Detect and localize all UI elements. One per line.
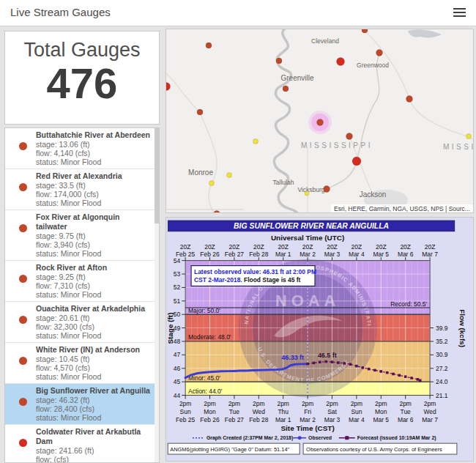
forecast-point [410, 377, 413, 379]
forecast-point [392, 373, 395, 376]
gauge-flow: flow: (cfs) [36, 455, 152, 463]
gauge-list-item[interactable]: Red River at Alexandria stage: 33.5 (ft)… [5, 169, 159, 210]
gauge-flow: flow: 32,300 (cfs) [36, 322, 152, 331]
map-gauge-pin[interactable] [406, 96, 413, 103]
gauge-status: status: Minor Flood [36, 413, 152, 422]
gauge-flow: flow: 7,310 (cfs) [36, 281, 152, 290]
day-tick: Mon [375, 408, 387, 415]
gauge-list-item[interactable]: Rock River at Afton stage: 9.25 (ft) flo… [5, 261, 159, 302]
map-gauge-pin[interactable] [209, 181, 215, 186]
city-label: Vicksburg [297, 186, 324, 193]
gauge-name: Red River at Alexandria [36, 171, 152, 181]
day-tick: Fri [304, 408, 311, 415]
gauge-status-dot [19, 398, 27, 406]
top-date-tick: Mar 4 [349, 251, 365, 258]
gauge-name: Big Sunflower River at Anguilla [36, 386, 152, 396]
forecast-point [419, 379, 422, 382]
list-scrollbar[interactable] [155, 128, 159, 463]
flow-tick: 27.2 [436, 365, 448, 372]
bottom-date-tick: Mar 5 [373, 416, 390, 423]
map-gauge-pin[interactable] [337, 58, 345, 66]
map-gauge-pin[interactable] [253, 139, 259, 144]
map-gauge-pin[interactable] [317, 119, 324, 126]
top-date-tick: Feb 26 [200, 251, 220, 258]
hamburger-menu-icon[interactable] [453, 8, 466, 18]
gauge-status-dot [19, 183, 27, 191]
utc-tick: 20Z [400, 243, 411, 251]
map-canvas[interactable]: MISSISSIPPIMISSISSClevelandGreenvilleGre… [166, 29, 473, 212]
city-label: Tallulah [273, 179, 294, 186]
gauge-list-item[interactable]: Ouachita River at Arkadelphia stage: 20.… [5, 302, 159, 343]
gauge-list-item[interactable]: Coldwater River at Arkabutla Dam stage: … [5, 425, 159, 463]
city-label: Greenville [280, 74, 313, 82]
map-gauge-pin[interactable] [283, 86, 289, 92]
app-window: Live Stream Gauges Total Gauges 476 Butt… [0, 0, 476, 463]
latest-value-line1: Latest observed value: 46.31 ft at 2:00 … [194, 268, 316, 275]
day-tick: Sat [327, 408, 337, 415]
list-scrollbar-thumb[interactable] [155, 128, 159, 223]
gauge-list-item[interactable]: Fox River at Algonquin tailwater stage: … [5, 210, 159, 261]
city-label: Monroe [188, 168, 213, 177]
top-date-tick: Mar 3 [324, 251, 341, 258]
forecast-point [361, 366, 364, 369]
map-gauge-pin[interactable] [276, 58, 282, 64]
bottom-axis-label: Site Time (CST) [280, 424, 334, 432]
bottom-date-tick: Mar 3 [324, 416, 341, 423]
stage-tick: 44 [174, 392, 181, 399]
map-gauge-pin[interactable] [466, 134, 472, 139]
value-annotation: 46.33 ft [281, 354, 304, 361]
gauge-flow: flow: 28,400 (cfs) [36, 404, 152, 413]
header: Live Stream Gauges [0, 0, 476, 26]
stage-tick: 52 [174, 284, 181, 291]
map-gauge-pin[interactable] [346, 133, 353, 140]
map-gauge-pin[interactable] [197, 109, 203, 115]
stage-tick: 53 [174, 270, 181, 278]
gauge-name: Buttahatchie River at Aberdeen [36, 130, 152, 140]
forecast-point [373, 369, 376, 372]
bottom-date-tick: Mar 1 [275, 416, 291, 423]
cst-tick: 2pm [228, 400, 240, 407]
stage-tick: 45 [174, 378, 181, 385]
gauge-list-panel: Buttahatchie River at Aberdeen stage: 13… [4, 127, 160, 463]
gauge-flow: flow: 174,000 (cfs) [36, 190, 152, 199]
map-gauge-pin[interactable] [227, 173, 232, 178]
day-tick: Tue [401, 408, 412, 415]
map-gauge-pin[interactable] [352, 157, 361, 166]
cst-tick: 2pm [326, 400, 338, 407]
gauge-list-item[interactable]: Buttahatchie River at Aberdeen stage: 13… [5, 128, 159, 169]
flood-stage-note: Flood Stage is 45 ft [242, 276, 301, 284]
gauge-stage: stage: 13.06 (ft) [36, 140, 152, 149]
utc-tick: 20Z [180, 243, 191, 251]
state-label: MISSISS [443, 143, 473, 151]
forecast-point [319, 361, 321, 364]
map-gauge-pin[interactable] [376, 50, 383, 56]
gauge-status-dot [19, 439, 27, 447]
map-attribution: Esri, HERE, Garmin, NGA, USGS, NPS | Sou… [334, 205, 470, 212]
gauge-list-item[interactable]: Big Sunflower River at Anguilla stage: 4… [5, 384, 159, 425]
gauge-name: White River (IN) at Anderson [36, 345, 152, 355]
gauge-list-item[interactable]: White River (IN) at Anderson stage: 10.4… [5, 343, 159, 384]
gauge-name: Rock River at Afton [36, 263, 152, 273]
flow-tick: 24.0 [436, 378, 448, 385]
gauge-status-dot [19, 224, 27, 232]
threshold-label: Major: 50.0' [188, 307, 220, 314]
gauge-status: status: Minor Flood [36, 290, 152, 299]
svg-text:CST 2-Mar-2018. Flood Stage is: CST 2-Mar-2018. Flood Stage is 45 ft [194, 276, 301, 284]
forecast-point [386, 371, 389, 374]
map-gauge-pin[interactable] [206, 42, 212, 48]
gauge-stage: stage: 9.75 (ft) [36, 232, 152, 240]
hydrograph-canvas: BIG SUNFLOWER RIVER NEAR ANGUILLAUnivers… [166, 218, 473, 461]
city-label: Cleveland [311, 37, 339, 45]
latest-value-line2: CST 2-Mar-2018. [194, 276, 242, 284]
cst-tick: 2pm [351, 400, 362, 407]
map-gauge-pin[interactable] [305, 191, 309, 196]
total-gauges-label: Total Gauges [5, 39, 159, 62]
gauge-status: status: Minor Flood [36, 158, 152, 166]
cst-tick: 2pm [179, 400, 191, 407]
stage-tick: 54 [174, 257, 181, 264]
map-gauge-pin[interactable] [362, 29, 368, 33]
map-gauge-pin[interactable] [324, 186, 330, 193]
map-panel[interactable]: MISSISSIPPIMISSISSClevelandGreenvilleGre… [166, 29, 474, 213]
cst-tick: 2pm [375, 400, 387, 407]
top-date-tick: Mar 5 [373, 251, 390, 258]
